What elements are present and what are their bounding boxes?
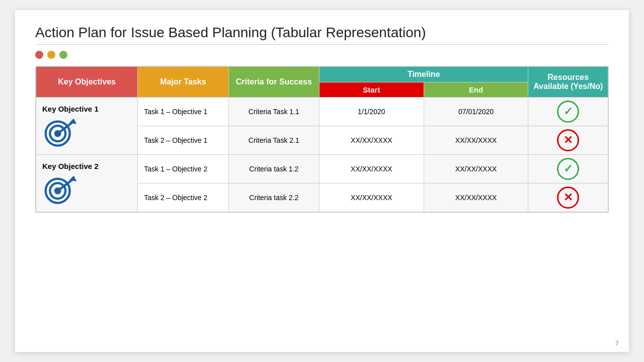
objective-cell-2: Key Objective 2 (36, 154, 138, 212)
dot-1 (35, 51, 43, 59)
table-body: Key Objective 1Task 1 – Objective 1Crite… (36, 97, 608, 212)
objective-label-1: Key Objective 1 (42, 105, 99, 113)
dots-row (35, 51, 609, 59)
header-row-1: Key Objectives Major Tasks Criteria for … (36, 66, 608, 82)
resource-cell-1-2: ✕ (528, 126, 608, 154)
slide: Action Plan for Issue Based Planning (Ta… (15, 10, 629, 352)
divider (35, 44, 609, 45)
x-icon: ✕ (557, 187, 579, 209)
criteria-cell-1-1: Criteria Task 1.1 (228, 97, 319, 126)
header-timeline: Timeline (319, 66, 528, 82)
criteria-cell-2-1: Criteria task 1.2 (228, 154, 319, 183)
objective-label-2: Key Objective 2 (42, 162, 99, 170)
header-start: Start (319, 82, 424, 97)
start-date-2-1: XX/XX/XXXX (319, 154, 424, 183)
check-icon: ✓ (557, 158, 579, 180)
task-cell-1-1: Task 1 – Objective 1 (138, 97, 228, 126)
objective-cell-1: Key Objective 1 (36, 97, 138, 154)
resource-cell-1-1: ✓ (528, 97, 608, 126)
resource-cell-2-2: ✕ (528, 183, 608, 212)
check-icon: ✓ (557, 101, 579, 123)
start-date-1-1: 1/1/2020 (319, 97, 424, 126)
start-date-1-2: XX/XX/XXXX (319, 126, 424, 154)
x-icon: ✕ (557, 129, 579, 151)
end-date-2-1: XX/XX/XXXX (424, 154, 528, 183)
header-criteria: Criteria for Success (228, 66, 319, 97)
resource-cell-2-1: ✓ (528, 154, 608, 183)
header-end: End (424, 82, 528, 97)
target-icon (42, 174, 77, 205)
start-date-2-2: XX/XX/XXXX (319, 183, 424, 212)
header-resources: Resources Available (Yes/No) (528, 66, 608, 97)
table-row: Key Objective 1Task 1 – Objective 1Crite… (36, 97, 608, 126)
page-number: 7 (615, 339, 619, 347)
end-date-1-2: XX/XX/XXXX (424, 126, 528, 154)
criteria-cell-1-2: Criteria Task 2.1 (228, 126, 319, 154)
action-plan-table: Key Objectives Major Tasks Criteria for … (36, 66, 608, 212)
end-date-1-1: 07/01/2020 (424, 97, 528, 126)
end-date-2-2: XX/XX/XXXX (424, 183, 528, 212)
table-row: Key Objective 2Task 1 – Objective 2Crite… (36, 154, 608, 183)
task-cell-1-2: Task 2 – Objective 1 (138, 126, 228, 154)
page-title: Action Plan for Issue Based Planning (Ta… (35, 24, 609, 41)
target-icon (42, 117, 77, 147)
header-tasks: Major Tasks (138, 66, 228, 97)
task-cell-2-2: Task 2 – Objective 2 (138, 183, 228, 212)
criteria-cell-2-2: Criteria task 2.2 (228, 183, 319, 212)
dot-3 (59, 51, 67, 59)
task-cell-2-1: Task 1 – Objective 2 (138, 154, 228, 183)
dot-2 (47, 51, 55, 59)
header-objectives: Key Objectives (36, 66, 138, 97)
main-table-wrapper: Key Objectives Major Tasks Criteria for … (35, 66, 609, 213)
